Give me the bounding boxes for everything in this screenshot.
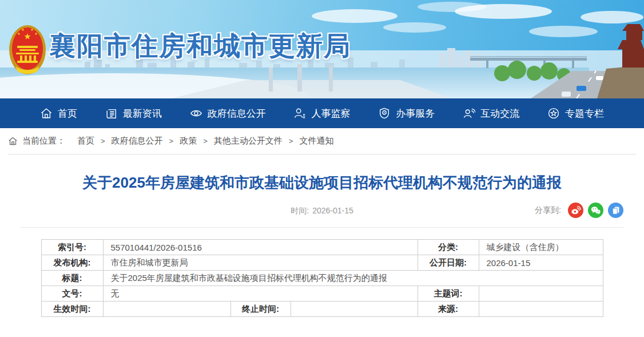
breadcrumb: 当前位置： 首页 > 政府信息公开 > 政策 > 其他主动公开文件 > 文件通知 (0, 128, 644, 154)
nav-item-label: 政府信息公开 (208, 107, 266, 120)
breadcrumb-divider (8, 154, 636, 154)
people-chat-icon (463, 107, 475, 120)
share-bar: 分享到: (535, 203, 623, 218)
table-row: 生效时间: 终止时间: 来源: (41, 302, 603, 317)
nav-item-label: 专题专栏 (565, 107, 604, 120)
home-small-icon (8, 136, 18, 146)
nav-item-label: 办事服务 (396, 107, 435, 120)
effective-date-value (103, 302, 230, 317)
nav-item-home[interactable]: 首页 (40, 107, 77, 120)
article-meta-row: 时间:2026-01-15 分享到: (0, 203, 644, 220)
breadcrumb-separator: > (203, 137, 208, 145)
doc-title-label: 标题: (41, 271, 103, 286)
wechat-icon (590, 205, 601, 216)
issuing-agency-label: 发布机构: (41, 255, 103, 271)
site-title: 襄阳市住房和城市更新局 (49, 29, 351, 64)
doc-number-value: 无 (103, 286, 418, 302)
effective-date-label: 生效时间: (41, 302, 103, 317)
share-wechat-button[interactable] (588, 203, 603, 218)
keywords-value (479, 286, 603, 302)
copy-doc-icon (610, 205, 621, 216)
breadcrumb-item-info-disclosure[interactable]: 政府信息公开 (112, 136, 163, 146)
nav-item-label: 最新资讯 (123, 107, 162, 120)
category-label: 分类: (418, 240, 479, 255)
person-icon (293, 107, 306, 120)
publish-date-value: 2026-01-15 (479, 255, 603, 271)
national-emblem-icon (8, 24, 47, 79)
source-value (479, 302, 603, 317)
eye-icon (190, 107, 202, 120)
index-number-label: 索引号: (41, 240, 103, 255)
breadcrumb-item-other-public-docs[interactable]: 其他主动公开文件 (214, 136, 283, 146)
source-label: 来源: (418, 302, 479, 317)
expiry-date-value (291, 302, 418, 317)
document-meta-table: 索引号: 557010441/2026-01516 分类: 城乡建设（含住房） … (41, 239, 603, 317)
table-row: 文号: 无 主题词: (41, 286, 603, 302)
page: 襄阳市住房和城市更新局 首页 最新资讯 政府信息公开 人事监察 (0, 0, 644, 337)
content-divider (21, 227, 623, 228)
doc-title-value: 关于2025年房屋建筑和市政基础设施项目招标代理机构不规范行为的通报 (103, 271, 603, 286)
home-icon (40, 107, 53, 120)
nav-item-label: 互动交流 (480, 107, 519, 120)
nav-item-interaction[interactable]: 互动交流 (463, 107, 519, 120)
issuing-agency-value: 市住房和城市更新局 (103, 255, 418, 271)
nav-item-news[interactable]: 最新资讯 (105, 107, 162, 120)
star-circle-icon (547, 107, 560, 120)
time-label: 时间: (291, 206, 309, 215)
nav-item-label: 人事监察 (311, 107, 350, 120)
nav-item-special-topics[interactable]: 专题专栏 (547, 107, 604, 120)
time-value: 2026-01-15 (312, 206, 353, 215)
breadcrumb-separator: > (101, 137, 105, 145)
keywords-label: 主题词: (418, 286, 479, 302)
breadcrumb-separator: > (289, 137, 293, 145)
main-nav: 首页 最新资讯 政府信息公开 人事监察 办事服务 (0, 98, 644, 128)
breadcrumb-item-document-notice[interactable]: 文件通知 (299, 136, 333, 146)
category-value: 城乡建设（含住房） (479, 240, 603, 255)
site-banner: 襄阳市住房和城市更新局 (0, 0, 644, 98)
shield-icon (378, 107, 391, 120)
share-label: 分享到: (535, 205, 561, 216)
breadcrumb-item-policy[interactable]: 政策 (180, 136, 197, 146)
weibo-icon (570, 205, 581, 216)
index-number-value: 557010441/2026-01516 (103, 240, 418, 255)
share-copy-button[interactable] (608, 203, 623, 218)
expiry-date-label: 终止时间: (230, 302, 291, 317)
nav-item-info-disclosure[interactable]: 政府信息公开 (190, 107, 266, 120)
news-icon (105, 107, 118, 120)
publish-date-label: 公开日期: (418, 255, 479, 271)
share-weibo-button[interactable] (568, 203, 583, 218)
article-title: 关于2025年房屋建筑和市政基础设施项目招标代理机构不规范行为的通报 (0, 173, 644, 192)
nav-item-services[interactable]: 办事服务 (378, 107, 435, 120)
table-row: 发布机构: 市住房和城市更新局 公开日期: 2026-01-15 (41, 255, 603, 271)
table-row: 索引号: 557010441/2026-01516 分类: 城乡建设（含住房） (41, 240, 603, 255)
breadcrumb-location-label: 当前位置： (22, 136, 65, 146)
nav-item-personnel[interactable]: 人事监察 (293, 107, 350, 120)
doc-number-label: 文号: (41, 286, 103, 302)
breadcrumb-separator: > (169, 137, 174, 145)
table-row: 标题: 关于2025年房屋建筑和市政基础设施项目招标代理机构不规范行为的通报 (41, 271, 603, 286)
breadcrumb-item-home[interactable]: 首页 (77, 136, 94, 146)
nav-item-label: 首页 (58, 107, 77, 120)
